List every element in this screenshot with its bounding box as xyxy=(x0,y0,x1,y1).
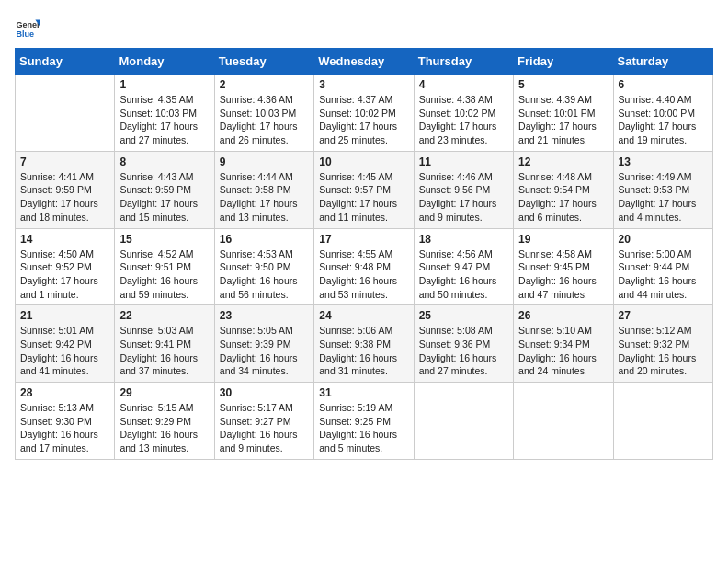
cell-content: Sunrise: 4:53 AM Sunset: 9:50 PM Dayligh… xyxy=(220,247,309,302)
day-number: 19 xyxy=(518,233,608,246)
day-number: 26 xyxy=(518,309,608,322)
cell-content: Sunrise: 5:06 AM Sunset: 9:38 PM Dayligh… xyxy=(319,324,408,378)
cell-content: Sunrise: 5:17 AM Sunset: 9:27 PM Dayligh… xyxy=(220,401,309,455)
cell-content: Sunrise: 4:35 AM Sunset: 10:03 PM Daylig… xyxy=(119,93,209,147)
day-number: 25 xyxy=(419,309,508,322)
day-number: 1 xyxy=(119,78,209,91)
calendar-cell: 6Sunrise: 4:40 AM Sunset: 10:00 PM Dayli… xyxy=(613,75,712,152)
calendar-table: SundayMondayTuesdayWednesdayThursdayFrid… xyxy=(15,48,713,460)
day-number: 27 xyxy=(619,309,708,322)
cell-content: Sunrise: 4:37 AM Sunset: 10:02 PM Daylig… xyxy=(319,93,408,147)
day-number: 7 xyxy=(20,155,109,168)
cell-content: Sunrise: 4:52 AM Sunset: 9:51 PM Dayligh… xyxy=(119,247,209,302)
calendar-cell: 29Sunrise: 5:15 AM Sunset: 9:29 PM Dayli… xyxy=(115,383,214,460)
day-number: 11 xyxy=(419,155,508,168)
cell-content: Sunrise: 4:38 AM Sunset: 10:02 PM Daylig… xyxy=(419,93,508,147)
calendar-header: SundayMondayTuesdayWednesdayThursdayFrid… xyxy=(16,49,713,75)
calendar-cell: 9Sunrise: 4:44 AM Sunset: 9:58 PM Daylig… xyxy=(214,151,313,228)
day-number: 16 xyxy=(220,233,309,246)
calendar-cell xyxy=(414,383,513,460)
cell-content: Sunrise: 4:39 AM Sunset: 10:01 PM Daylig… xyxy=(518,93,608,147)
cell-content: Sunrise: 4:55 AM Sunset: 9:48 PM Dayligh… xyxy=(319,247,408,302)
day-number: 18 xyxy=(419,233,508,246)
calendar-body: 1Sunrise: 4:35 AM Sunset: 10:03 PM Dayli… xyxy=(16,75,713,460)
cell-content: Sunrise: 5:05 AM Sunset: 9:39 PM Dayligh… xyxy=(220,324,309,378)
calendar-cell: 15Sunrise: 4:52 AM Sunset: 9:51 PM Dayli… xyxy=(115,228,214,305)
calendar-cell: 4Sunrise: 4:38 AM Sunset: 10:02 PM Dayli… xyxy=(414,75,513,152)
calendar-cell: 28Sunrise: 5:13 AM Sunset: 9:30 PM Dayli… xyxy=(16,383,115,460)
weekday-header-thursday: Thursday xyxy=(414,49,513,75)
calendar-cell xyxy=(514,383,613,460)
calendar-cell: 13Sunrise: 4:49 AM Sunset: 9:53 PM Dayli… xyxy=(613,151,712,228)
calendar-cell: 16Sunrise: 4:53 AM Sunset: 9:50 PM Dayli… xyxy=(214,228,313,305)
day-number: 2 xyxy=(220,78,309,91)
cell-content: Sunrise: 4:43 AM Sunset: 9:59 PM Dayligh… xyxy=(119,170,209,224)
calendar-week-3: 14Sunrise: 4:50 AM Sunset: 9:52 PM Dayli… xyxy=(16,228,713,305)
calendar-week-4: 21Sunrise: 5:01 AM Sunset: 9:42 PM Dayli… xyxy=(16,305,713,383)
cell-content: Sunrise: 4:49 AM Sunset: 9:53 PM Dayligh… xyxy=(619,170,708,224)
calendar-cell xyxy=(16,75,115,152)
day-number: 24 xyxy=(319,309,408,322)
day-number: 12 xyxy=(518,155,608,168)
cell-content: Sunrise: 4:41 AM Sunset: 9:59 PM Dayligh… xyxy=(20,170,109,224)
calendar-cell xyxy=(613,383,712,460)
cell-content: Sunrise: 5:12 AM Sunset: 9:32 PM Dayligh… xyxy=(619,324,708,378)
weekday-header-saturday: Saturday xyxy=(613,49,712,75)
calendar-cell: 25Sunrise: 5:08 AM Sunset: 9:36 PM Dayli… xyxy=(414,305,513,383)
day-number: 28 xyxy=(20,386,109,399)
day-number: 30 xyxy=(220,386,309,399)
calendar-cell: 8Sunrise: 4:43 AM Sunset: 9:59 PM Daylig… xyxy=(115,151,214,228)
day-number: 17 xyxy=(319,233,408,246)
cell-content: Sunrise: 4:48 AM Sunset: 9:54 PM Dayligh… xyxy=(518,170,608,224)
day-number: 31 xyxy=(319,386,408,399)
calendar-cell: 18Sunrise: 4:56 AM Sunset: 9:47 PM Dayli… xyxy=(414,228,513,305)
calendar-cell: 12Sunrise: 4:48 AM Sunset: 9:54 PM Dayli… xyxy=(514,151,613,228)
day-number: 21 xyxy=(20,309,109,322)
day-number: 20 xyxy=(619,233,708,246)
cell-content: Sunrise: 4:50 AM Sunset: 9:52 PM Dayligh… xyxy=(20,247,109,302)
calendar-cell: 19Sunrise: 4:58 AM Sunset: 9:45 PM Dayli… xyxy=(514,228,613,305)
calendar-cell: 7Sunrise: 4:41 AM Sunset: 9:59 PM Daylig… xyxy=(16,151,115,228)
calendar-cell: 30Sunrise: 5:17 AM Sunset: 9:27 PM Dayli… xyxy=(214,383,313,460)
cell-content: Sunrise: 5:13 AM Sunset: 9:30 PM Dayligh… xyxy=(20,401,109,455)
weekday-header-wednesday: Wednesday xyxy=(314,49,414,75)
day-number: 6 xyxy=(619,78,708,91)
calendar-cell: 2Sunrise: 4:36 AM Sunset: 10:03 PM Dayli… xyxy=(214,75,313,152)
cell-content: Sunrise: 4:46 AM Sunset: 9:56 PM Dayligh… xyxy=(419,170,508,224)
cell-content: Sunrise: 4:45 AM Sunset: 9:57 PM Dayligh… xyxy=(319,170,408,224)
cell-content: Sunrise: 5:01 AM Sunset: 9:42 PM Dayligh… xyxy=(20,324,109,378)
calendar-cell: 3Sunrise: 4:37 AM Sunset: 10:02 PM Dayli… xyxy=(314,75,414,152)
calendar-week-5: 28Sunrise: 5:13 AM Sunset: 9:30 PM Dayli… xyxy=(16,383,713,460)
weekday-header-sunday: Sunday xyxy=(16,49,115,75)
cell-content: Sunrise: 5:00 AM Sunset: 9:44 PM Dayligh… xyxy=(619,247,708,302)
weekday-header-monday: Monday xyxy=(115,49,214,75)
cell-content: Sunrise: 4:44 AM Sunset: 9:58 PM Dayligh… xyxy=(220,170,309,224)
calendar-cell: 27Sunrise: 5:12 AM Sunset: 9:32 PM Dayli… xyxy=(613,305,712,383)
calendar-cell: 14Sunrise: 4:50 AM Sunset: 9:52 PM Dayli… xyxy=(16,228,115,305)
day-number: 23 xyxy=(220,309,309,322)
cell-content: Sunrise: 5:03 AM Sunset: 9:41 PM Dayligh… xyxy=(119,324,209,378)
weekday-header-tuesday: Tuesday xyxy=(214,49,313,75)
calendar-cell: 5Sunrise: 4:39 AM Sunset: 10:01 PM Dayli… xyxy=(514,75,613,152)
cell-content: Sunrise: 4:40 AM Sunset: 10:00 PM Daylig… xyxy=(619,93,708,147)
logo-icon: General Blue xyxy=(15,15,40,40)
day-number: 10 xyxy=(319,155,408,168)
day-number: 22 xyxy=(119,309,209,322)
day-number: 15 xyxy=(119,233,209,246)
day-number: 14 xyxy=(20,233,109,246)
cell-content: Sunrise: 5:15 AM Sunset: 9:29 PM Dayligh… xyxy=(119,401,209,455)
calendar-week-2: 7Sunrise: 4:41 AM Sunset: 9:59 PM Daylig… xyxy=(16,151,713,228)
calendar-cell: 26Sunrise: 5:10 AM Sunset: 9:34 PM Dayli… xyxy=(514,305,613,383)
cell-content: Sunrise: 5:10 AM Sunset: 9:34 PM Dayligh… xyxy=(518,324,608,378)
calendar-week-1: 1Sunrise: 4:35 AM Sunset: 10:03 PM Dayli… xyxy=(16,75,713,152)
day-number: 29 xyxy=(119,386,209,399)
cell-content: Sunrise: 5:08 AM Sunset: 9:36 PM Dayligh… xyxy=(419,324,508,378)
calendar-cell: 23Sunrise: 5:05 AM Sunset: 9:39 PM Dayli… xyxy=(214,305,313,383)
day-number: 5 xyxy=(518,78,608,91)
logo: General Blue xyxy=(15,15,40,40)
cell-content: Sunrise: 5:19 AM Sunset: 9:25 PM Dayligh… xyxy=(319,401,408,455)
day-number: 9 xyxy=(220,155,309,168)
cell-content: Sunrise: 4:36 AM Sunset: 10:03 PM Daylig… xyxy=(220,93,309,147)
cell-content: Sunrise: 4:56 AM Sunset: 9:47 PM Dayligh… xyxy=(419,247,508,302)
calendar-cell: 22Sunrise: 5:03 AM Sunset: 9:41 PM Dayli… xyxy=(115,305,214,383)
